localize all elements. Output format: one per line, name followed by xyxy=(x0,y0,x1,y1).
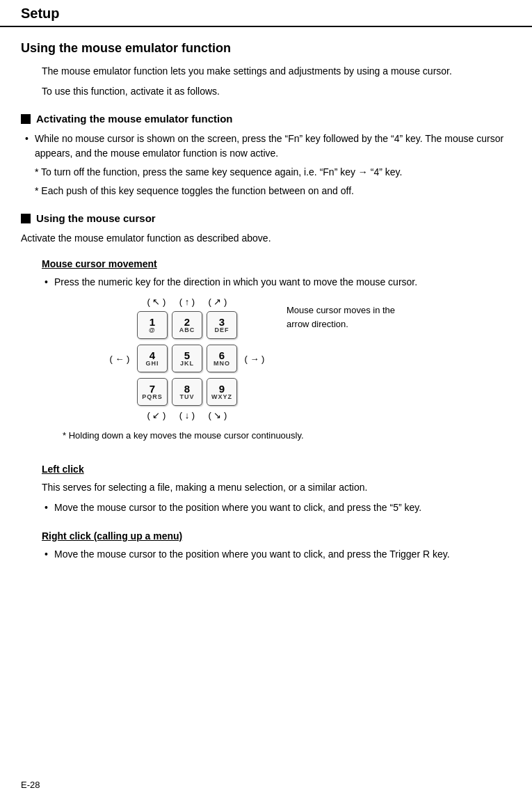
using-cursor-intro: Activate the mouse emulator function as … xyxy=(21,231,511,246)
key-row-3: 7 PQRS 8 TUV 9 WXYZ xyxy=(135,377,239,407)
key-row-1: 1 @ 2 ABC 3 DEF xyxy=(135,310,239,340)
arrow-nw: ( ↖ ) xyxy=(141,297,172,307)
black-square-icon-2 xyxy=(21,214,31,223)
right-click-title: Right click (calling up a menu) xyxy=(42,530,511,542)
right-click-section: Right click (calling up a menu) Move the… xyxy=(42,530,511,562)
using-cursor-title: Using the mouse cursor xyxy=(21,212,511,224)
movement-bullet: Press the numeric key for the direction … xyxy=(54,275,511,290)
key-5[interactable]: 5 JKL xyxy=(172,345,202,372)
intro-line-2: To use this function, activate it as fol… xyxy=(42,84,511,99)
key-8[interactable]: 8 TUV xyxy=(172,378,202,406)
top-arrows-row: ( ↖ ) ( ↑ ) ( ↗ ) xyxy=(141,297,233,307)
black-square-icon xyxy=(21,114,31,124)
arrow-w: ( ← ) xyxy=(104,354,135,364)
arrow-se: ( ↘ ) xyxy=(202,410,233,420)
left-click-section: Left click This serves for selecting a f… xyxy=(42,464,511,515)
right-click-bullet: Move the mouse cursor to the position wh… xyxy=(54,547,511,562)
arrow-s: ( ↓ ) xyxy=(172,410,202,420)
activating-bullet: While no mouse cursor is shown on the sc… xyxy=(35,132,511,161)
movement-title: Mouse cursor movement xyxy=(42,258,511,269)
holding-note: Holding down a key moves the mouse curso… xyxy=(63,429,511,443)
arrow-n: ( ↑ ) xyxy=(172,297,202,307)
using-cursor-subsection: Using the mouse cursor Activate the mous… xyxy=(21,212,511,562)
bottom-arrows-row: ( ↙ ) ( ↓ ) ( ↘ ) xyxy=(141,410,233,420)
left-click-description: This serves for selecting a file, making… xyxy=(42,480,511,495)
section-title: Using the mouse emulator function xyxy=(21,41,511,56)
key-9[interactable]: 9 WXYZ xyxy=(207,378,237,406)
activating-note-2: Each push of this key sequence toggles t… xyxy=(35,184,511,198)
content-area: Using the mouse emulator function The mo… xyxy=(0,41,532,562)
key-1[interactable]: 1 @ xyxy=(137,311,168,339)
mouse-note: Mouse cursor moves in the arrow directio… xyxy=(287,303,398,331)
arrow-ne: ( ↗ ) xyxy=(202,297,233,307)
page-header: Setup xyxy=(0,0,532,27)
page-title: Setup xyxy=(21,6,60,21)
activating-title: Activating the mouse emulator function xyxy=(21,113,511,125)
arrow-e: ( → ) xyxy=(239,354,270,364)
keypad-wrapper: ( ↖ ) ( ↑ ) ( ↗ ) 1 @ 2 xyxy=(104,297,270,423)
key-2[interactable]: 2 ABC xyxy=(172,311,202,339)
key-row-2: ( ← ) 4 GHI 5 JKL 6 MNO xyxy=(104,343,270,374)
key-6[interactable]: 6 MNO xyxy=(207,345,237,372)
page-container: Setup Using the mouse emulator function … xyxy=(0,0,532,797)
left-click-bullet: Move the mouse cursor to the position wh… xyxy=(54,500,511,515)
page-number: E-28 xyxy=(21,780,40,790)
page-footer: E-28 xyxy=(21,780,40,790)
left-click-title: Left click xyxy=(42,464,511,475)
key-3[interactable]: 3 DEF xyxy=(207,311,237,339)
activating-subsection: Activating the mouse emulator function W… xyxy=(21,113,511,198)
arrow-sw: ( ↙ ) xyxy=(141,410,172,420)
key-7[interactable]: 7 PQRS xyxy=(137,378,168,406)
activating-note-1: To turn off the function, press the same… xyxy=(35,165,511,180)
mouse-cursor-movement: Mouse cursor movement Press the numeric … xyxy=(42,258,511,443)
intro-line-1: The mouse emulator function lets you mak… xyxy=(42,64,511,79)
keypad-area: ( ↖ ) ( ↑ ) ( ↗ ) 1 @ 2 xyxy=(63,297,511,423)
key-4[interactable]: 4 GHI xyxy=(137,345,168,372)
